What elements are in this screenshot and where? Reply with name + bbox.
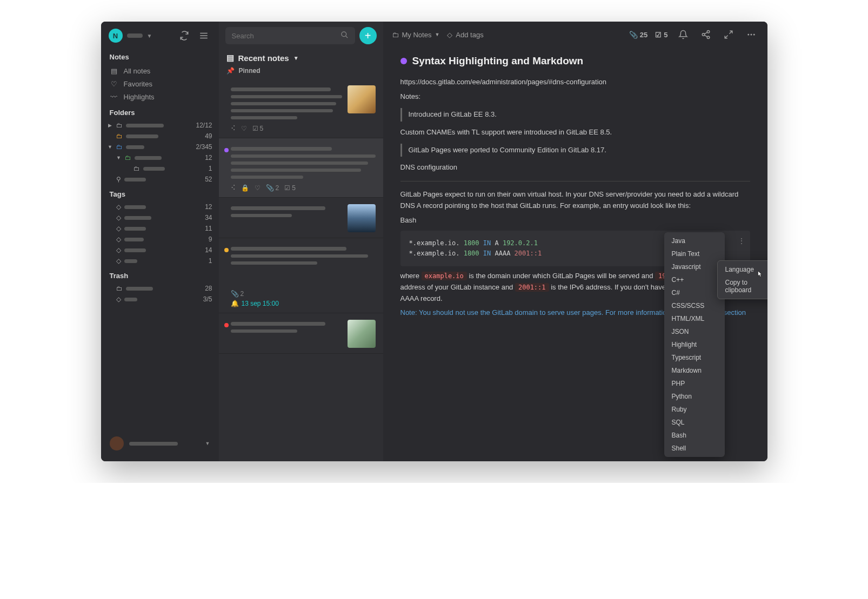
svg-point-3: [341, 32, 346, 37]
inline-code: example.io: [422, 272, 467, 280]
note-text: Custom CNAMEs with TL support were intro…: [400, 127, 750, 138]
tag-name-placeholder: [124, 238, 144, 241]
search-input-wrap[interactable]: [225, 27, 355, 44]
note-card[interactable]: ⠪ ♡ ☑ 5: [219, 79, 383, 138]
trash-row[interactable]: ◇3/5: [105, 294, 215, 305]
divider: [400, 181, 750, 181]
note-text: Notes:: [400, 91, 750, 103]
folder-row[interactable]: 🗀1: [105, 163, 215, 174]
sidebar-favorites[interactable]: ♡Favorites: [105, 77, 215, 90]
lang-option[interactable]: Highlight: [664, 338, 725, 351]
reminder-date: 🔔13 sep 15:00: [231, 300, 279, 307]
attach-count[interactable]: 📎25: [629, 31, 647, 39]
sidebar-label: Highlights: [124, 93, 155, 101]
tag-count: 14: [205, 246, 212, 254]
app-logo[interactable]: N: [109, 29, 123, 43]
tag-icon: ◇: [116, 235, 121, 243]
chevron-down-icon[interactable]: ▼: [205, 441, 210, 446]
share-icon[interactable]: [698, 27, 713, 42]
breadcrumb-label: My Notes: [402, 31, 432, 39]
lang-option[interactable]: Shell: [664, 442, 725, 455]
folder-count: 2/345: [196, 143, 212, 151]
note-text: GitLab Pages expect to run on their own …: [400, 189, 750, 212]
attach-icon: 📎 2: [266, 184, 279, 192]
workspace-name-placeholder: [127, 33, 143, 38]
note-title[interactable]: Syntax Highlighting and Markdown: [412, 53, 584, 69]
trash-row[interactable]: 🗀28: [105, 283, 215, 294]
folder-name-placeholder: [135, 156, 162, 160]
tag-row[interactable]: ◇34: [105, 212, 215, 223]
tag-icon: ◇: [447, 31, 452, 39]
lang-option[interactable]: JSON: [664, 325, 725, 338]
note-card[interactable]: ⠪ 🔒 ♡ 📎 2 ☑ 5: [219, 138, 383, 198]
bell-icon[interactable]: [676, 27, 691, 42]
status-dot: [224, 148, 229, 152]
share-icon: ⠪: [231, 125, 236, 132]
folder-icon: 🗀: [116, 285, 123, 292]
folder-count: 12: [205, 154, 212, 161]
lang-option[interactable]: HTML/XML: [664, 312, 725, 325]
note-card[interactable]: 📎 2 🔔13 sep 15:00: [219, 238, 383, 313]
code-more-icon[interactable]: ⋮: [738, 236, 745, 246]
list-title-label: Recent notes: [238, 53, 289, 63]
lang-option[interactable]: Bash: [664, 429, 725, 442]
lang-option[interactable]: C#: [664, 286, 725, 299]
tag-count: 11: [205, 225, 212, 232]
chevron-down-icon[interactable]: ▼: [147, 33, 152, 39]
lang-option[interactable]: SQL: [664, 416, 725, 429]
sidebar-highlights[interactable]: 〰Highlights: [105, 90, 215, 103]
lang-option[interactable]: CSS/SCSS: [664, 299, 725, 312]
tag-row[interactable]: ◇14: [105, 245, 215, 255]
folder-row[interactable]: ▼🗀12: [105, 152, 215, 163]
lang-option[interactable]: Java: [664, 234, 725, 247]
todo-count[interactable]: ☑5: [655, 31, 667, 39]
folder-row[interactable]: ▶🗀12/12: [105, 120, 215, 131]
list-title[interactable]: ▤ Recent notes ▼: [219, 50, 383, 66]
search-icon: [340, 31, 349, 41]
trash-name-placeholder: [126, 287, 153, 291]
copy-clipboard-item[interactable]: Copy to clipboard: [718, 276, 767, 297]
breadcrumb[interactable]: 🗀My Notes▼: [392, 31, 440, 39]
todo-icon: ☑ 5: [284, 184, 296, 192]
folder-row[interactable]: ⚲52: [105, 174, 215, 185]
folder-row[interactable]: ▼🗀2/345: [105, 142, 215, 152]
lang-option[interactable]: C++: [664, 273, 725, 286]
lang-option[interactable]: Ruby: [664, 403, 725, 416]
lang-option[interactable]: Markdown: [664, 364, 725, 377]
svg-point-11: [750, 34, 752, 36]
lang-option[interactable]: Typescript: [664, 351, 725, 364]
lang-option[interactable]: Plain Text: [664, 247, 725, 260]
tag-row[interactable]: ◇9: [105, 234, 215, 245]
tag-icon: ◇: [116, 257, 121, 265]
add-tags-button[interactable]: ◇Add tags: [447, 31, 483, 39]
lang-option[interactable]: Python: [664, 390, 725, 403]
section-folders: Folders: [105, 103, 215, 120]
note-card[interactable]: [219, 313, 383, 354]
pinned-label: Pinned: [239, 67, 261, 75]
note-card[interactable]: [219, 198, 383, 238]
trash-count: 28: [205, 285, 212, 292]
sync-icon[interactable]: [177, 28, 192, 43]
folder-icon: 🗀: [133, 165, 140, 172]
add-note-button[interactable]: +: [359, 27, 377, 44]
lang-option[interactable]: PHP: [664, 377, 725, 390]
folder-count: 12/12: [196, 122, 212, 129]
heart-icon: ♡: [110, 79, 118, 88]
hamburger-icon[interactable]: [196, 28, 211, 43]
sidebar-all-notes[interactable]: ▤All notes: [105, 64, 215, 77]
cursor-icon: [756, 270, 764, 278]
folder-row[interactable]: 🗀49: [105, 131, 215, 142]
search-input[interactable]: [232, 32, 336, 40]
highlight-icon: 〰: [110, 92, 118, 101]
tag-row[interactable]: ◇1: [105, 255, 215, 266]
tag-row[interactable]: ◇11: [105, 223, 215, 234]
expand-icon[interactable]: [721, 27, 736, 42]
tag-row[interactable]: ◇12: [105, 201, 215, 212]
chevron-down-icon: ▼: [435, 32, 439, 37]
user-avatar[interactable]: [110, 436, 124, 450]
more-icon[interactable]: [744, 27, 759, 42]
todo-icon: ☑ 5: [252, 125, 264, 132]
add-tags-label: Add tags: [456, 31, 483, 39]
lang-option[interactable]: Javascript: [664, 260, 725, 273]
note-text: Bash: [400, 215, 750, 226]
